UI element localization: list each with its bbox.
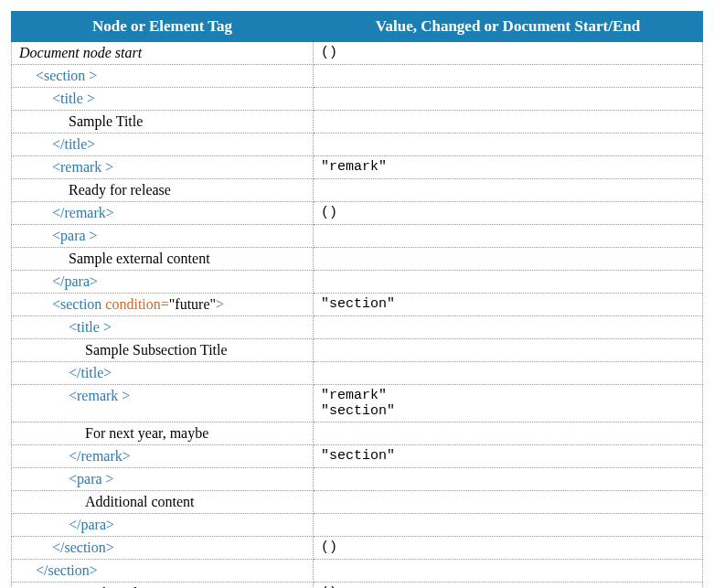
node-cell: Sample Subsection Title xyxy=(12,339,314,362)
value-cell xyxy=(314,468,703,491)
value-cell xyxy=(314,316,703,339)
value-cell xyxy=(314,560,703,583)
value-cell xyxy=(314,134,703,156)
node-cell: Sample Title xyxy=(12,111,314,134)
node-cell: <para > xyxy=(12,225,314,248)
table-row: </remark>() xyxy=(12,202,703,225)
node-cell: </remark> xyxy=(12,202,314,225)
node-cell: </para> xyxy=(12,271,314,294)
table-row: Additional content xyxy=(12,491,703,514)
value-cell: () xyxy=(314,202,703,225)
table-row: <section > xyxy=(12,65,703,88)
node-cell: Additional content xyxy=(12,491,314,514)
value-cell: () xyxy=(314,42,703,65)
value-cell xyxy=(314,65,703,88)
node-cell: </title> xyxy=(12,362,314,385)
header-col1: Node or Element Tag xyxy=(12,12,314,42)
value-cell xyxy=(314,491,703,514)
table-row: <section condition="future">"section" xyxy=(12,294,703,316)
table-row: <title > xyxy=(12,88,703,111)
table-row: </title> xyxy=(12,362,703,385)
value-cell xyxy=(314,225,703,248)
table-row: <para > xyxy=(12,468,703,491)
node-cell: <para > xyxy=(12,468,314,491)
node-cell: Document node start xyxy=(12,42,314,65)
value-cell: "remark""section" xyxy=(314,385,703,422)
value-cell xyxy=(314,179,703,202)
node-cell: <section condition="future"> xyxy=(12,294,314,316)
value-cell xyxy=(314,111,703,134)
table-row: Document node end() xyxy=(12,583,703,589)
value-cell xyxy=(314,88,703,111)
table-row: </section> xyxy=(12,560,703,583)
table-row: Ready for release xyxy=(12,179,703,202)
table-row: </para> xyxy=(12,271,703,294)
value-cell xyxy=(314,362,703,385)
table-row: </para> xyxy=(12,514,703,537)
table-row: <remark >"remark""section" xyxy=(12,385,703,422)
node-cell: </section> xyxy=(12,537,314,560)
value-cell: "section" xyxy=(314,445,703,468)
xml-trace-table: Node or Element Tag Value, Changed or Do… xyxy=(11,11,703,588)
table-row: </section>() xyxy=(12,537,703,560)
table-row: Sample Subsection Title xyxy=(12,339,703,362)
node-cell: Ready for release xyxy=(12,179,314,202)
node-cell: <title > xyxy=(12,316,314,339)
node-cell: <section > xyxy=(12,65,314,88)
node-cell: Sample external content xyxy=(12,248,314,271)
table-header-row: Node or Element Tag Value, Changed or Do… xyxy=(12,12,703,42)
table-row: For next year, maybe xyxy=(12,422,703,445)
node-cell: </section> xyxy=(12,560,314,583)
value-cell xyxy=(314,422,703,445)
node-cell: Document node end xyxy=(12,583,314,589)
table-row: <para > xyxy=(12,225,703,248)
value-cell: "section" xyxy=(314,294,703,316)
header-col2: Value, Changed or Document Start/End xyxy=(314,12,703,42)
node-cell: </remark> xyxy=(12,445,314,468)
node-cell: </title> xyxy=(12,134,314,156)
table-row: </remark>"section" xyxy=(12,445,703,468)
value-cell xyxy=(314,248,703,271)
table-row: Document node start() xyxy=(12,42,703,65)
value-cell: () xyxy=(314,537,703,560)
table-row: Sample external content xyxy=(12,248,703,271)
node-cell: <remark > xyxy=(12,385,314,422)
node-cell: <title > xyxy=(12,88,314,111)
node-cell: </para> xyxy=(12,514,314,537)
table-row: <title > xyxy=(12,316,703,339)
table-row: Sample Title xyxy=(12,111,703,134)
node-cell: For next year, maybe xyxy=(12,422,314,445)
value-cell xyxy=(314,271,703,294)
value-cell: "remark" xyxy=(314,156,703,179)
value-cell xyxy=(314,339,703,362)
table-row: <remark >"remark" xyxy=(12,156,703,179)
table-row: </title> xyxy=(12,134,703,156)
node-cell: <remark > xyxy=(12,156,314,179)
value-cell xyxy=(314,514,703,537)
value-cell: () xyxy=(314,583,703,589)
